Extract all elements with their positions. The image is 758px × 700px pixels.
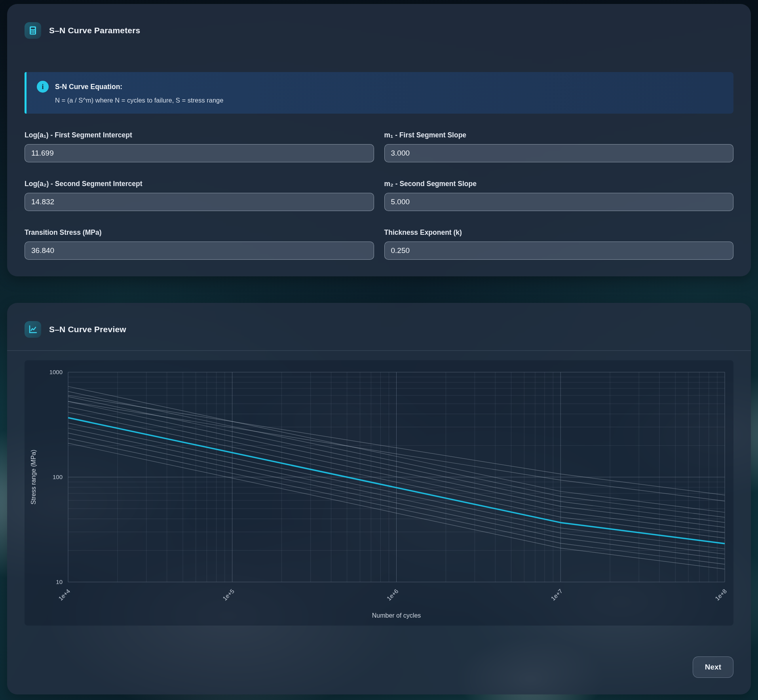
info-icon: i	[37, 81, 49, 93]
field-log-a2: Log(a₂) - Second Segment Intercept	[25, 180, 374, 211]
preview-title: S–N Curve Preview	[49, 325, 126, 334]
thickness-exponent-input[interactable]	[384, 242, 734, 260]
svg-text:1000: 1000	[49, 369, 63, 375]
sn-preview-card: S–N Curve Preview 1010010001e+41e+51e+61…	[7, 303, 751, 694]
svg-text:Number of cycles: Number of cycles	[372, 612, 421, 619]
parameters-title: S–N Curve Parameters	[49, 26, 140, 35]
line-chart-icon	[25, 321, 41, 338]
field-m2: m₂ - Second Segment Slope	[384, 180, 734, 211]
calculator-icon	[25, 22, 41, 39]
field-label: Log(a₁) - First Segment Intercept	[25, 131, 374, 139]
equation-text: N = (a / S^m) where N = cycles to failur…	[55, 97, 723, 104]
header-divider	[7, 350, 751, 351]
svg-text:1e+8: 1e+8	[714, 588, 728, 602]
svg-text:10: 10	[56, 578, 63, 585]
field-label: Transition Stress (MPa)	[25, 228, 374, 237]
field-m1: m₁ - First Segment Slope	[384, 131, 734, 162]
svg-text:100: 100	[53, 474, 63, 480]
svg-text:1e+6: 1e+6	[386, 588, 400, 602]
svg-text:1e+5: 1e+5	[221, 588, 236, 602]
log-a1-input[interactable]	[25, 144, 374, 162]
transition-stress-input[interactable]	[25, 242, 374, 260]
equation-info-box: i S-N Curve Equation: N = (a / S^m) wher…	[25, 72, 733, 114]
svg-text:1e+7: 1e+7	[549, 588, 564, 602]
field-label: Thickness Exponent (k)	[384, 228, 734, 237]
field-label: m₁ - First Segment Slope	[384, 131, 734, 139]
preview-header: S–N Curve Preview	[25, 321, 733, 338]
next-button[interactable]: Next	[693, 656, 733, 678]
m2-input[interactable]	[384, 193, 734, 211]
field-label: Log(a₂) - Second Segment Intercept	[25, 180, 374, 188]
log-a2-input[interactable]	[25, 193, 374, 211]
sn-parameters-card: S–N Curve Parameters i S-N Curve Equatio…	[7, 4, 751, 276]
equation-heading: S-N Curve Equation:	[55, 83, 122, 91]
parameters-header: S–N Curve Parameters	[25, 22, 733, 39]
svg-text:1e+4: 1e+4	[57, 588, 71, 602]
sn-chart-svg: 1010010001e+41e+51e+61e+71e+8Number of c…	[25, 360, 733, 626]
field-label: m₂ - Second Segment Slope	[384, 180, 734, 188]
m1-input[interactable]	[384, 144, 734, 162]
field-thickness-exponent: Thickness Exponent (k)	[384, 228, 734, 260]
field-transition-stress: Transition Stress (MPa)	[25, 228, 374, 260]
field-log-a1: Log(a₁) - First Segment Intercept	[25, 131, 374, 162]
sn-chart-panel: 1010010001e+41e+51e+61e+71e+8Number of c…	[25, 360, 733, 626]
parameters-form: Log(a₁) - First Segment Intercept m₁ - F…	[25, 131, 733, 260]
svg-text:Stress range (MPa): Stress range (MPa)	[30, 450, 37, 505]
